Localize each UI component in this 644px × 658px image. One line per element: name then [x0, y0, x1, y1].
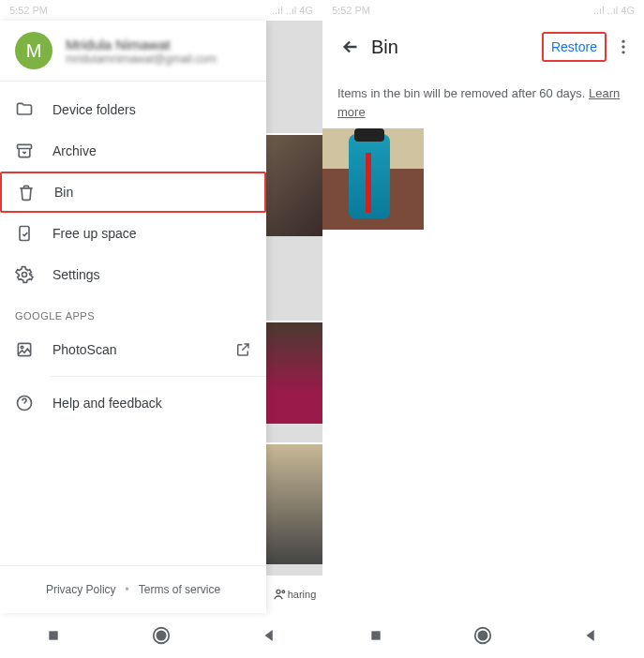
photo-grid: [322, 128, 644, 232]
bin-notice: Items in the bin will be removed after 6…: [322, 73, 644, 128]
bg-photo: [266, 442, 322, 564]
trash-icon: [17, 183, 36, 202]
privacy-link[interactable]: Privacy Policy: [46, 583, 116, 596]
svg-rect-8: [50, 631, 58, 639]
nav-home-icon[interactable]: [472, 624, 494, 647]
drawer-container: haring M Mridula Nimawat mridulamnimawat…: [0, 21, 322, 613]
menu-label: Help and feedback: [52, 396, 251, 411]
spacer: [322, 232, 644, 613]
account-header[interactable]: M Mridula Nimawat mridulamnimawat@gmail.…: [0, 21, 266, 82]
footer: Privacy Policy • Terms of service: [0, 565, 266, 613]
help-icon: [15, 394, 34, 412]
gear-icon: [15, 265, 34, 284]
account-name: Mridula Nimawat: [66, 37, 217, 52]
menu-label: Settings: [52, 267, 251, 282]
divider: [51, 376, 266, 377]
status-time: 5:52 PM: [9, 5, 48, 16]
terms-link[interactable]: Terms of service: [139, 583, 220, 596]
status-bar: 5:52 PM ..ıl ..ıl 4G: [0, 0, 322, 21]
menu-free-up-space[interactable]: Free up space: [0, 213, 266, 254]
nav-back-icon[interactable]: [258, 624, 280, 647]
menu-label: Archive: [52, 143, 251, 158]
right-screenshot: 5:52 PM ..ıl ..ıl 4G Bin Restore Items i…: [322, 0, 644, 658]
more-button[interactable]: [614, 37, 633, 56]
menu-label: Bin: [54, 185, 249, 200]
svg-point-10: [157, 631, 165, 639]
menu-label: Device folders: [52, 102, 251, 117]
archive-icon: [15, 142, 34, 160]
back-button[interactable]: [334, 37, 367, 57]
photo-thumbnail[interactable]: [322, 128, 424, 230]
svg-rect-14: [371, 631, 380, 639]
dot: •: [126, 583, 129, 596]
nav-home-icon[interactable]: [150, 624, 172, 647]
menu-bin[interactable]: Bin: [0, 172, 266, 213]
svg-point-6: [21, 346, 23, 349]
svg-point-1: [282, 591, 285, 593]
svg-point-0: [277, 590, 280, 593]
section-google-apps: GOOGLE APPS: [0, 295, 266, 329]
nav-bar: [322, 613, 644, 658]
svg-point-4: [22, 273, 27, 277]
free-up-icon: [15, 224, 34, 243]
page-title: Bin: [371, 37, 542, 58]
svg-point-12: [622, 45, 624, 48]
account-email: mridulamnimawat@gmail.com: [66, 52, 217, 66]
folder-icon: [15, 100, 34, 119]
left-screenshot: 5:52 PM ..ıl ..ıl 4G haring M Mridula Ni…: [0, 0, 322, 658]
account-text: Mridula Nimawat mridulamnimawat@gmail.co…: [66, 37, 217, 66]
photoscan-icon: [15, 340, 34, 359]
svg-rect-2: [18, 144, 32, 148]
nav-recent-icon[interactable]: [42, 624, 65, 647]
nav-recent-icon[interactable]: [365, 624, 387, 647]
menu: Device folders Archive Bin: [0, 82, 266, 565]
photo-content: [349, 134, 390, 218]
restore-button[interactable]: Restore: [542, 32, 607, 62]
menu-label: Free up space: [52, 226, 251, 241]
menu-settings[interactable]: Settings: [0, 254, 266, 295]
status-signal: ..ıl ..ıl 4G: [272, 5, 313, 16]
bg-sharing-tab: haring: [266, 576, 322, 613]
status-bar: 5:52 PM ..ıl ..ıl 4G: [322, 0, 644, 21]
app-bar: Bin Restore: [322, 21, 644, 73]
menu-label: PhotoScan: [52, 342, 234, 357]
back-arrow-icon: [340, 37, 361, 57]
menu-photoscan[interactable]: PhotoScan: [0, 329, 266, 370]
menu-archive[interactable]: Archive: [0, 130, 266, 172]
status-time: 5:52 PM: [332, 5, 370, 16]
bg-photo: [266, 321, 322, 424]
svg-point-11: [622, 40, 624, 43]
svg-point-13: [622, 51, 624, 53]
status-signal: ..ıl ..ıl 4G: [593, 5, 635, 16]
bg-photo: [266, 133, 322, 236]
menu-help-feedback[interactable]: Help and feedback: [0, 382, 266, 424]
menu-device-folders[interactable]: Device folders: [0, 89, 266, 130]
drawer-panel: M Mridula Nimawat mridulamnimawat@gmail.…: [0, 21, 266, 613]
avatar: M: [15, 32, 52, 69]
nav-bar: [0, 613, 322, 658]
more-vert-icon: [614, 37, 633, 56]
nav-back-icon[interactable]: [579, 624, 602, 647]
notice-text: Items in the bin will be removed after 6…: [337, 86, 589, 100]
svg-point-16: [479, 631, 487, 639]
drawer-backdrop: haring: [266, 21, 322, 613]
external-link-icon: [234, 341, 251, 358]
